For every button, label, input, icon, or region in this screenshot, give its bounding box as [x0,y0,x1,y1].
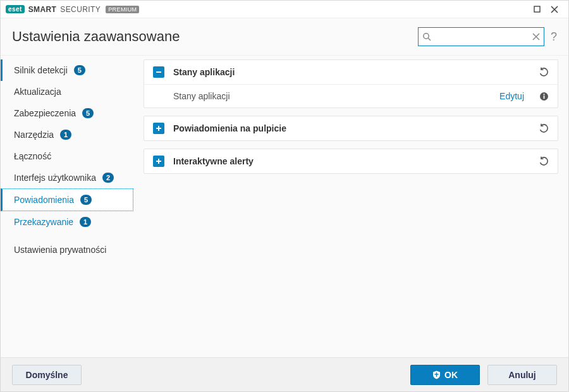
undo-icon [539,123,549,133]
sidebar-item-forwarding[interactable]: Przekazywanie 1 [1,211,133,233]
search-field[interactable] [418,27,544,46]
sidebar-item-detection-engine[interactable]: Silnik detekcji 5 [1,59,133,81]
minus-icon [156,69,162,75]
window-close-button[interactable] [546,3,563,16]
sidebar-item-update[interactable]: Aktualizacja [1,81,133,102]
ok-button[interactable]: OK [410,365,480,385]
x-icon [532,33,540,40]
undo-icon [539,156,549,166]
undo-icon [539,67,549,77]
sidebar-item-label: Przekazywanie [14,217,73,227]
reset-section-button[interactable] [539,156,549,166]
sidebar-item-label: Łączność [14,151,51,161]
sidebar-item-privacy[interactable]: Ustawienia prywatności [1,239,133,260]
section-desktop-notifications: Powiadomienia na pulpicie [144,116,558,141]
content: Stany aplikacji Stany aplikacji Edytuj [133,56,568,357]
info-button[interactable] [539,92,549,101]
sidebar-item-label: Silnik detekcji [14,65,68,75]
defaults-button[interactable]: Domyślne [12,365,82,385]
body: Silnik detekcji 5 Aktualizacja Zabezpiec… [1,56,568,357]
sidebar-item-label: Aktualizacja [14,87,61,97]
brand-name-strong: SMART [28,5,57,14]
square-icon [534,6,541,13]
sidebar-item-notifications[interactable]: Powiadomienia 5 [1,188,133,211]
sidebar-item-label: Interfejs użytkownika [14,173,96,183]
sidebar-item-label: Zabezpieczenia [14,108,76,118]
section-body: Stany aplikacji Edytuj [144,84,558,107]
sidebar-badge: 5 [82,108,94,118]
clear-search-button[interactable] [532,33,540,40]
plus-icon [156,125,162,132]
brand-tier: PREMIUM [106,6,139,13]
edit-link[interactable]: Edytuj [499,91,524,101]
sidebar-item-protections[interactable]: Zabezpieczenia 5 [1,102,133,124]
sidebar: Silnik detekcji 5 Aktualizacja Zabezpiec… [1,56,133,357]
collapse-toggle[interactable] [153,66,164,78]
info-icon [539,92,549,101]
sidebar-item-connectivity[interactable]: Łączność [1,145,133,167]
expand-toggle[interactable] [153,123,164,134]
section-header[interactable]: Powiadomienia na pulpicie [144,116,558,140]
app-window: eset SMART SECURITY PREMIUM Ustawienia z… [0,0,569,392]
section-title: Stany aplikacji [173,67,235,77]
page-title: Ustawienia zaawansowane [12,28,180,45]
section-title: Powiadomienia na pulpicie [173,123,286,133]
section-title: Interaktywne alerty [173,156,254,166]
section-interactive-alerts: Interaktywne alerty [144,149,558,174]
brand-logo: eset [6,5,25,13]
reset-section-button[interactable] [539,67,549,77]
sidebar-item-label: Powiadomienia [14,195,74,205]
search-icon [422,32,431,41]
sidebar-badge: 1 [80,217,91,227]
brand: eset SMART SECURITY PREMIUM [6,5,139,14]
svg-point-3 [543,94,544,95]
svg-rect-4 [544,95,545,99]
sidebar-item-ui[interactable]: Interfejs użytkownika 2 [1,167,133,188]
reset-section-button[interactable] [539,123,549,133]
window-maximize-button[interactable] [528,3,546,16]
header: Ustawienia zaawansowane ? [1,18,568,56]
sidebar-item-label: Narzędzia [14,130,54,140]
sidebar-item-label: Ustawienia prywatności [14,245,106,255]
titlebar: eset SMART SECURITY PREMIUM [1,1,568,18]
sidebar-badge: 5 [74,65,85,75]
sidebar-badge: 1 [60,130,71,140]
question-icon: ? [551,30,557,43]
close-icon [551,6,558,13]
setting-row-app-statuses: Stany aplikacji Edytuj [144,85,558,107]
plus-icon [156,158,162,164]
section-header[interactable]: Interaktywne alerty [144,149,558,173]
sidebar-item-tools[interactable]: Narzędzia 1 [1,124,133,145]
cancel-button[interactable]: Anuluj [487,365,557,385]
help-button[interactable]: ? [551,30,557,44]
expand-toggle[interactable] [153,156,164,167]
sidebar-badge: 5 [80,195,92,205]
footer: Domyślne OK Anuluj [1,357,568,391]
setting-label: Stany aplikacji [173,91,230,101]
ok-label: OK [444,370,458,380]
svg-rect-0 [534,6,540,12]
shield-icon [432,371,441,379]
search-input[interactable] [419,28,544,46]
brand-name-light: SECURITY [60,5,101,14]
section-app-statuses: Stany aplikacji Stany aplikacji Edytuj [144,59,558,108]
section-header[interactable]: Stany aplikacji [144,60,558,84]
sidebar-badge: 2 [102,173,114,183]
svg-point-1 [424,34,429,39]
